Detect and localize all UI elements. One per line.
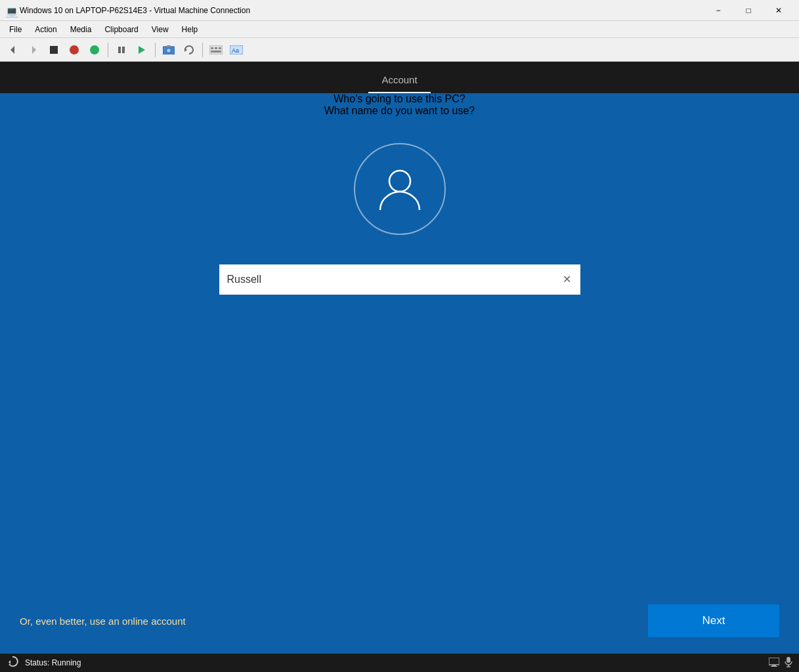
status-bar: Status: Running: [0, 654, 799, 672]
svg-marker-1: [32, 46, 36, 54]
svg-marker-20: [9, 660, 11, 664]
status-icon: [7, 656, 18, 670]
vm-header: Account: [0, 62, 799, 93]
window-title: Windows 10 on LAPTOP-P62S14E3 - Virtual …: [20, 6, 703, 15]
main-subheading: What name do you want to use?: [324, 105, 475, 117]
snapshot-button[interactable]: [160, 41, 178, 59]
online-account-link[interactable]: Or, even better, use an online account: [20, 616, 186, 627]
vm-area: Account Who's going to use this PC? What…: [0, 62, 799, 654]
window-icon: 💻: [5, 5, 16, 16]
pause-button[interactable]: [112, 41, 131, 59]
menu-media[interactable]: Media: [64, 24, 98, 35]
svg-rect-24: [787, 657, 790, 663]
revert-button[interactable]: [180, 41, 198, 59]
svg-rect-21: [769, 658, 779, 665]
maximize-button[interactable]: □: [733, 0, 764, 21]
menu-clipboard[interactable]: Clipboard: [98, 24, 144, 35]
status-right: [769, 657, 792, 669]
minimize-button[interactable]: −: [703, 0, 733, 21]
resume-button[interactable]: [133, 41, 151, 59]
start-button[interactable]: [85, 41, 104, 59]
menu-help[interactable]: Help: [175, 24, 205, 35]
menu-action[interactable]: Action: [28, 24, 63, 35]
svg-rect-13: [211, 47, 213, 49]
status-text: Status: Running: [25, 658, 81, 667]
svg-marker-0: [11, 46, 14, 54]
menu-bar: File Action Media Clipboard View Help: [0, 21, 799, 38]
svg-rect-12: [209, 45, 223, 54]
svg-rect-22: [772, 665, 776, 666]
svg-point-4: [90, 45, 99, 54]
type-button[interactable]: Aa: [227, 41, 246, 59]
tray-mic-icon: [785, 657, 792, 669]
menu-file[interactable]: File: [3, 24, 28, 35]
svg-rect-5: [118, 47, 121, 53]
main-heading: Who's going to use this PC?: [334, 93, 465, 105]
vm-bottom: Or, even better, use an online account N…: [0, 588, 799, 654]
close-button[interactable]: ✕: [764, 0, 794, 21]
svg-point-3: [70, 45, 79, 54]
stop-button[interactable]: [45, 41, 63, 59]
ctrl-alt-del-button[interactable]: [207, 41, 225, 59]
svg-point-19: [389, 171, 410, 192]
svg-rect-15: [219, 47, 221, 49]
title-bar: 💻 Windows 10 on LAPTOP-P62S14E3 - Virtua…: [0, 0, 799, 21]
account-tab: Account: [368, 74, 430, 93]
name-input-wrapper: ✕: [219, 264, 580, 295]
user-avatar: [354, 143, 446, 235]
svg-rect-6: [122, 47, 125, 53]
toolbar: Aa: [0, 38, 799, 62]
vm-main: Who's going to use this PC? What name do…: [0, 93, 799, 654]
back-button[interactable]: [4, 41, 22, 59]
forward-button[interactable]: [24, 41, 43, 59]
tray-monitor-icon: [769, 658, 779, 669]
next-button[interactable]: Next: [648, 604, 779, 637]
svg-point-9: [167, 48, 171, 52]
svg-rect-16: [211, 51, 221, 52]
window-controls: − □ ✕: [703, 0, 794, 21]
svg-rect-23: [771, 666, 777, 667]
svg-rect-14: [215, 47, 217, 49]
shutdown-button[interactable]: [65, 41, 83, 59]
svg-text:Aa: Aa: [232, 47, 239, 54]
menu-view[interactable]: View: [145, 24, 175, 35]
svg-rect-10: [167, 45, 171, 47]
svg-rect-2: [50, 46, 58, 54]
name-input[interactable]: [219, 264, 580, 295]
svg-marker-7: [139, 46, 145, 54]
clear-input-button[interactable]: ✕: [560, 273, 574, 286]
